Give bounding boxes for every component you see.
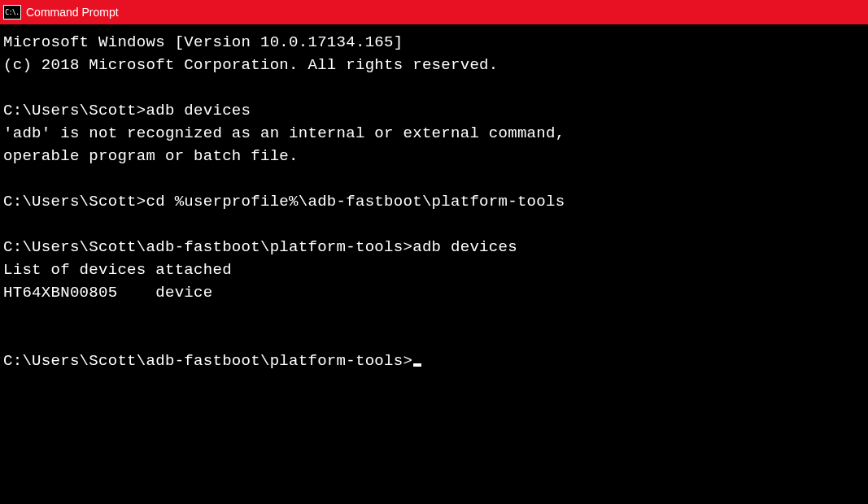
- terminal-line: operable program or batch file.: [3, 147, 299, 165]
- window-titlebar[interactable]: C:\. Command Prompt: [0, 0, 868, 24]
- terminal-line: HT64XBN00805 device: [3, 284, 212, 302]
- terminal-output[interactable]: Microsoft Windows [Version 10.0.17134.16…: [0, 24, 868, 379]
- cmd-icon-text: C:\.: [5, 9, 19, 16]
- terminal-prompt: C:\Users\Scott\adb-fastboot\platform-too…: [3, 352, 412, 370]
- terminal-line: C:\Users\Scott>cd %userprofile%\adb-fast…: [3, 193, 565, 211]
- window-title: Command Prompt: [26, 6, 119, 19]
- terminal-line: (c) 2018 Microsoft Corporation. All righ…: [3, 56, 499, 74]
- terminal-line: C:\Users\Scott>adb devices: [3, 102, 251, 119]
- cursor: [413, 363, 421, 367]
- cmd-icon: C:\.: [3, 5, 21, 20]
- terminal-line: Microsoft Windows [Version 10.0.17134.16…: [3, 33, 403, 51]
- terminal-line: List of devices attached: [3, 261, 232, 279]
- terminal-line: C:\Users\Scott\adb-fastboot\platform-too…: [3, 238, 517, 256]
- terminal-line: 'adb' is not recognized as an internal o…: [3, 124, 565, 142]
